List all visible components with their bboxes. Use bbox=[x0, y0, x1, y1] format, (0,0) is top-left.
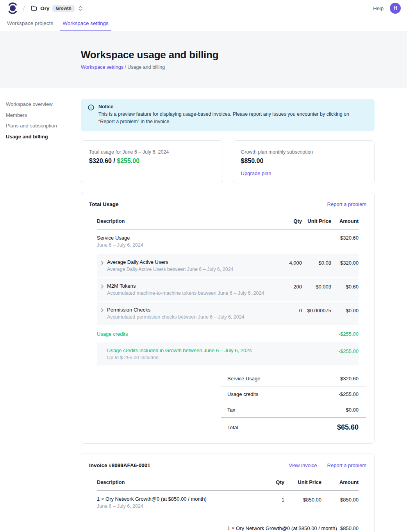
invoice-title: Invoice #8099AFA6-0001 bbox=[89, 462, 150, 468]
usage-table-header: Description Qty Unit Price Amount bbox=[97, 213, 359, 229]
ory-logo-icon[interactable] bbox=[8, 2, 18, 14]
settings-sidebar: Workspace overview Members Plans and sub… bbox=[6, 101, 72, 144]
upgrade-plan-link[interactable]: Upgrade plan bbox=[241, 170, 271, 176]
col-qty: Qty bbox=[271, 218, 302, 224]
col-unit-price: Unit Price bbox=[302, 218, 331, 224]
chevron-right-icon[interactable] bbox=[97, 307, 107, 313]
top-header: / Ory Growth Help H bbox=[0, 0, 407, 16]
invoice-summary: 1 × Ory Network Growth@0 (at $850.00 / m… bbox=[221, 521, 366, 532]
folder-icon bbox=[31, 5, 37, 11]
col-description: Description bbox=[97, 479, 267, 485]
summary-row-service-usage: Service Usage $320.60 bbox=[221, 371, 366, 387]
workspace-name: Ory bbox=[40, 5, 49, 11]
tab-workspace-settings[interactable]: Workspace settings bbox=[60, 20, 111, 31]
col-unit-price: Unit Price bbox=[284, 479, 321, 485]
total-usage-value: $320.60 / $255.00 bbox=[89, 158, 215, 165]
table-row-m2m-tokens[interactable]: M2M Tokens Accumulated machine-to-machin… bbox=[97, 278, 359, 301]
table-row-usage-credits-detail: Usage credits included in Growth between… bbox=[97, 342, 359, 365]
chevron-right-icon[interactable] bbox=[97, 283, 107, 289]
usage-summary: Service Usage $320.60 Usage credits -$25… bbox=[221, 371, 366, 434]
col-amount: Amount bbox=[331, 218, 359, 224]
breadcrumb-current: Usage and billing bbox=[127, 64, 165, 70]
plan-amount: $850.00 bbox=[241, 158, 367, 165]
page-title: Workspace usage and billing bbox=[81, 49, 407, 61]
summary-cards: Total usage for June 6 – July 6, 2024 $3… bbox=[81, 140, 375, 183]
col-description: Description bbox=[97, 218, 271, 224]
invoice-panel: Invoice #8099AFA6-0001 View invoice Repo… bbox=[81, 453, 375, 532]
invoice-report-problem-link[interactable]: Report a problem bbox=[327, 462, 366, 468]
total-usage-panel: Total Usage Report a problem Description… bbox=[81, 192, 375, 444]
usage-report-problem-link[interactable]: Report a problem bbox=[327, 201, 366, 207]
sidebar-item-plans-subscription[interactable]: Plans and subscription bbox=[6, 123, 72, 129]
plan-badge: Growth bbox=[52, 5, 74, 12]
help-link[interactable]: Help bbox=[373, 5, 384, 11]
view-invoice-link[interactable]: View invoice bbox=[289, 462, 317, 468]
workspace-tabs: Workspace projects Workspace settings bbox=[0, 16, 407, 31]
sidebar-item-members[interactable]: Members bbox=[6, 112, 72, 118]
info-icon bbox=[88, 104, 94, 126]
notice-body: This is a preview feature for displaying… bbox=[98, 111, 367, 126]
breadcrumb-settings-link[interactable]: Workspace settings bbox=[81, 64, 123, 70]
col-amount: Amount bbox=[321, 479, 359, 485]
col-qty: Qty bbox=[267, 479, 284, 485]
invoice-table-header: Description Qty Unit Price Amount bbox=[97, 475, 359, 491]
sidebar-item-usage-billing[interactable]: Usage and billing bbox=[6, 134, 72, 140]
breadcrumb-separator: / bbox=[123, 64, 127, 70]
breadcrumb-slash: / bbox=[23, 5, 25, 12]
notice-title: Notice bbox=[98, 104, 367, 109]
plan-subscription-card: Growth plan monthly subscription $850.00… bbox=[233, 140, 375, 183]
summary-row-usage-credits: Usage credits -$255.00 bbox=[221, 387, 366, 402]
user-avatar[interactable]: H bbox=[390, 3, 401, 14]
notice-banner: Notice This is a preview feature for dis… bbox=[81, 99, 375, 131]
sidebar-item-workspace-overview[interactable]: Workspace overview bbox=[6, 101, 72, 107]
total-usage-label: Total usage for June 6 – July 6, 2024 bbox=[89, 149, 215, 155]
table-row-permission-checks[interactable]: Permission Checks Accumulated permission… bbox=[97, 302, 359, 325]
summary-row-total: Total $65.60 bbox=[221, 418, 366, 434]
invoice-table: Description Qty Unit Price Amount 1 × Or… bbox=[97, 475, 359, 515]
selector-chevrons-icon[interactable] bbox=[79, 5, 82, 11]
tab-workspace-projects[interactable]: Workspace projects bbox=[4, 20, 56, 31]
usage-panel-title: Total Usage bbox=[89, 201, 119, 207]
plan-label: Growth plan monthly subscription bbox=[241, 149, 367, 155]
usage-credit-value: $255.00 bbox=[117, 158, 139, 164]
total-usage-card: Total usage for June 6 – July 6, 2024 $3… bbox=[81, 140, 223, 183]
workspace-switcher[interactable]: Ory Growth bbox=[31, 5, 82, 12]
page-hero: Workspace usage and billing Workspace se… bbox=[0, 31, 407, 88]
table-row-adau[interactable]: Average Daily Active Users Average Daily… bbox=[97, 254, 359, 277]
summary-row-tax: Tax $0.00 bbox=[221, 402, 366, 418]
table-row-service-usage: Service Usage June 6 – July 6, 2024 $320… bbox=[97, 229, 359, 254]
chevron-right-icon[interactable] bbox=[97, 259, 107, 265]
breadcrumb: Workspace settings / Usage and billing bbox=[81, 64, 407, 70]
invoice-line-item: 1 × Ory Network Growth@0 (at $850.00 / m… bbox=[97, 491, 359, 515]
summary-row-line-item: 1 × Ory Network Growth@0 (at $850.00 / m… bbox=[221, 521, 366, 532]
table-row-usage-credits: Usage credits -$255.00 bbox=[97, 326, 359, 342]
usage-table: Description Qty Unit Price Amount Servic… bbox=[97, 213, 359, 365]
